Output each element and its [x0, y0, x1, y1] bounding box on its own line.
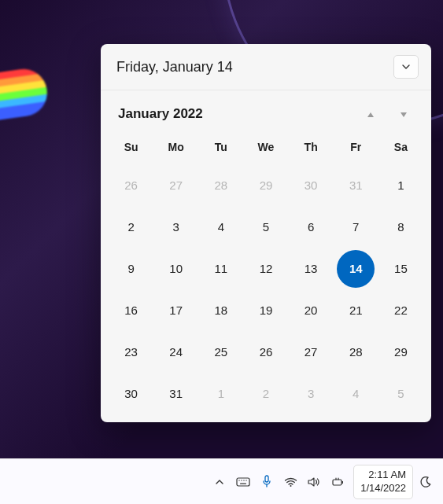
calendar-day[interactable]: 21 — [334, 289, 378, 331]
weekday-label: Th — [289, 133, 334, 164]
calendar-day[interactable]: 28 — [198, 164, 243, 206]
calendar-day[interactable]: 16 — [109, 289, 153, 331]
calendar-day[interactable]: 3 — [289, 373, 334, 414]
calendar-day[interactable]: 12 — [243, 248, 288, 289]
calendar-day[interactable]: 29 — [243, 164, 288, 206]
calendar-day[interactable]: 9 — [109, 248, 153, 289]
month-year-label[interactable]: January 2022 — [118, 106, 203, 122]
wifi-button[interactable] — [279, 468, 301, 496]
calendar-day[interactable]: 10 — [153, 248, 198, 289]
previous-month-button[interactable] — [367, 107, 375, 121]
calendar-day[interactable]: 2 — [243, 373, 288, 414]
day-number: 29 — [385, 337, 416, 368]
day-number: 2 — [116, 212, 147, 243]
calendar-day[interactable]: 13 — [289, 248, 334, 289]
weekday-label: Fr — [334, 133, 378, 164]
current-date-label[interactable]: Friday, January 14 — [116, 59, 233, 75]
microphone-button[interactable] — [256, 468, 278, 496]
weekday-label: Tu — [198, 133, 243, 164]
calendar-day[interactable]: 1 — [198, 373, 243, 414]
day-number: 30 — [116, 378, 147, 410]
calendar-day[interactable]: 4 — [334, 373, 378, 414]
day-number: 1 — [205, 378, 237, 410]
volume-button[interactable] — [303, 468, 325, 496]
calendar-day[interactable]: 18 — [198, 289, 243, 331]
calendar-day[interactable]: 27 — [153, 164, 198, 206]
triangle-up-icon — [367, 112, 375, 118]
svg-rect-8 — [333, 480, 341, 485]
calendar-day[interactable]: 2 — [109, 206, 153, 248]
power-button[interactable] — [327, 468, 349, 496]
day-number: 23 — [116, 337, 147, 368]
day-number: 18 — [205, 295, 237, 326]
calendar-day[interactable]: 11 — [198, 248, 243, 289]
calendar-day[interactable]: 31 — [153, 373, 198, 414]
day-number: 27 — [161, 170, 192, 201]
calendar-day[interactable]: 29 — [378, 331, 423, 373]
calendar-day[interactable]: 5 — [243, 206, 288, 248]
day-number: 9 — [116, 253, 147, 285]
calendar-day[interactable]: 27 — [289, 331, 334, 373]
calendar-day[interactable]: 15 — [378, 248, 423, 289]
clock-time: 2:11 AM — [368, 469, 406, 482]
days-of-week-row: SuMoTuWeThFrSa — [109, 133, 423, 164]
day-number: 27 — [295, 337, 327, 368]
calendar-day[interactable]: 23 — [109, 331, 153, 373]
svg-rect-9 — [341, 481, 343, 484]
svg-rect-0 — [237, 478, 249, 486]
next-month-button[interactable] — [400, 107, 408, 121]
month-navigation: January 2022 — [109, 101, 423, 133]
day-number: 31 — [161, 378, 192, 410]
day-number: 1 — [385, 170, 416, 201]
calendar-day[interactable]: 24 — [153, 331, 198, 373]
day-number: 31 — [340, 170, 371, 201]
calendar-day[interactable]: 20 — [289, 289, 334, 331]
calendar-day[interactable]: 30 — [289, 164, 334, 206]
month-arrows — [367, 107, 414, 121]
calendar-day[interactable]: 30 — [109, 373, 153, 414]
calendar-day[interactable]: 7 — [334, 206, 378, 248]
show-hidden-icons-button[interactable] — [209, 468, 231, 496]
day-number: 17 — [161, 295, 192, 326]
calendar-day[interactable]: 26 — [109, 164, 153, 206]
calendar-day-today[interactable]: 14 — [334, 248, 378, 289]
calendar-day[interactable]: 28 — [334, 331, 378, 373]
day-number: 21 — [340, 295, 371, 326]
calendar-day[interactable]: 31 — [334, 164, 378, 206]
weekday-label: Mo — [153, 133, 198, 164]
clock-date: 1/14/2022 — [360, 482, 406, 495]
svg-point-3 — [243, 480, 244, 480]
calendar-day[interactable]: 5 — [378, 373, 423, 414]
calendar-flyout: Friday, January 14 January 2022 SuMoTuWe… — [101, 44, 431, 422]
focus-assist-button[interactable] — [415, 468, 437, 496]
calendar-day[interactable]: 26 — [243, 331, 288, 373]
chevron-down-icon — [401, 62, 411, 72]
day-number: 22 — [385, 295, 416, 326]
day-number: 26 — [250, 337, 282, 368]
day-number: 13 — [295, 253, 327, 285]
day-number: 24 — [161, 337, 192, 368]
calendar-day[interactable]: 17 — [153, 289, 198, 331]
calendar-day[interactable]: 6 — [289, 206, 334, 248]
moon-icon — [419, 476, 432, 488]
day-number: 11 — [205, 253, 237, 285]
day-number: 5 — [385, 378, 416, 410]
touch-keyboard-button[interactable] — [232, 468, 254, 496]
calendar-day[interactable]: 3 — [153, 206, 198, 248]
calendar-day[interactable]: 25 — [198, 331, 243, 373]
clock-button[interactable]: 2:11 AM 1/14/2022 — [353, 465, 413, 499]
day-number: 12 — [250, 253, 282, 285]
calendar-day[interactable]: 4 — [198, 206, 243, 248]
calendar-day[interactable]: 1 — [378, 164, 423, 206]
svg-point-4 — [245, 480, 246, 480]
triangle-down-icon — [400, 112, 408, 118]
day-number: 15 — [385, 253, 416, 285]
day-number: 30 — [295, 170, 327, 201]
calendar-day[interactable]: 19 — [243, 289, 288, 331]
collapse-button[interactable] — [393, 55, 419, 79]
day-number: 10 — [161, 253, 192, 285]
microphone-icon — [261, 475, 272, 489]
calendar-day[interactable]: 22 — [378, 289, 423, 331]
day-number: 28 — [205, 170, 237, 201]
calendar-day[interactable]: 8 — [378, 206, 423, 248]
